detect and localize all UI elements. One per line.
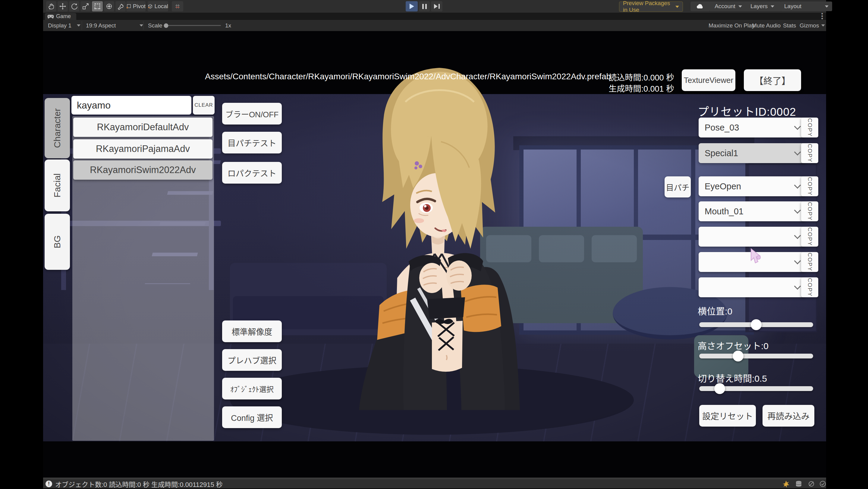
prefab-select-button[interactable]: プレハブ選択: [222, 349, 282, 371]
copy-button[interactable]: COPY: [801, 252, 818, 272]
gamepad-icon: [47, 14, 54, 19]
tab-character[interactable]: Character: [44, 98, 70, 158]
tab-menu-icon[interactable]: •••: [821, 13, 823, 20]
local-icon: [148, 3, 153, 9]
character-sprite: [341, 60, 537, 410]
object-select-button[interactable]: ｵﾌﾞｼﾞｪｸﾄ選択: [222, 378, 282, 399]
display-dropdown[interactable]: Display 1: [45, 20, 83, 31]
height-offset-slider[interactable]: [699, 354, 813, 359]
chevron-down-icon: [77, 24, 81, 27]
chevron-down-icon: [738, 5, 742, 7]
height-offset-label: 高さオフセット:0: [698, 339, 769, 352]
layers-label: Layers: [750, 3, 768, 10]
settings-reset-button[interactable]: 設定リセット: [699, 405, 756, 427]
pause-button[interactable]: [419, 1, 430, 11]
list-item[interactable]: RKayamoriDefaultAdv: [73, 118, 213, 137]
copy-button[interactable]: COPY: [801, 143, 818, 163]
game-view-controls: Display 1 19:9 Aspect Scale 1x Maximize …: [43, 20, 826, 31]
texture-viewer-button[interactable]: TextureViewer: [682, 69, 735, 91]
custom-tool-button[interactable]: [116, 1, 126, 11]
info-icon: !: [45, 481, 52, 487]
copy-button[interactable]: COPY: [801, 118, 818, 137]
reload-button[interactable]: 再読み込み: [763, 405, 814, 427]
play-button[interactable]: [406, 1, 418, 11]
chevron-down-icon: [794, 283, 801, 290]
move-tool-button[interactable]: [58, 1, 68, 11]
generate-time: 生成時間:0.001 秒: [554, 84, 674, 95]
scale-slider[interactable]: [165, 25, 221, 26]
refresh-disabled-icon[interactable]: [807, 480, 816, 488]
lipsync-test-button[interactable]: ロパクテスト: [222, 162, 282, 184]
tab-game[interactable]: Game: [45, 13, 76, 20]
gizmos-dropdown[interactable]: Gizmos: [797, 20, 827, 31]
load-time: 読込時間:0.000 秒: [554, 72, 674, 84]
pivot-toggle-button[interactable]: Pivot: [126, 1, 146, 11]
aspect-dropdown[interactable]: 19:9 Aspect: [84, 20, 146, 31]
eye-dropdown[interactable]: EyeOpen: [699, 176, 805, 196]
grid-snap-button[interactable]: [172, 1, 183, 11]
preview-packages-dropdown[interactable]: Preview Packages in Use: [619, 1, 683, 12]
rect-tool-button[interactable]: [92, 1, 103, 11]
grid-snap-icon: [175, 3, 181, 9]
cloud-icon: [696, 4, 704, 9]
chevron-down-icon: [794, 257, 801, 265]
pose-dropdown[interactable]: Pose_03: [699, 118, 805, 137]
scale-value: 1x: [223, 20, 234, 31]
layers-dropdown[interactable]: Layers: [744, 1, 781, 11]
cache-server-icon[interactable]: [794, 480, 803, 488]
blink-button[interactable]: 目パチ: [664, 176, 691, 197]
copy-button[interactable]: COPY: [801, 277, 818, 297]
unity-editor-window: Pivot Local Preview Packages in Use Acco…: [43, 0, 826, 487]
search-input[interactable]: [71, 96, 191, 115]
account-dropdown[interactable]: Account: [709, 1, 747, 11]
scale-slider-thumb[interactable]: [164, 23, 168, 28]
local-label: Local: [155, 3, 168, 10]
pause-icon: [422, 4, 427, 9]
copy-button[interactable]: COPY: [801, 202, 818, 221]
scale-label: Scale: [146, 20, 165, 31]
copy-button[interactable]: COPY: [801, 227, 818, 247]
list-item[interactable]: RKayamoriPajamaAdv: [73, 139, 213, 159]
exit-button[interactable]: 【終了】: [744, 69, 801, 91]
pivot-label: Pivot: [133, 3, 146, 10]
chevron-down-icon: [140, 24, 143, 27]
config-select-button[interactable]: Config 選択: [222, 406, 282, 428]
local-toggle-button[interactable]: Local: [148, 1, 168, 11]
switch-time-slider[interactable]: [699, 386, 813, 391]
step-button[interactable]: [431, 1, 442, 11]
clear-search-button[interactable]: CLEAR: [193, 96, 215, 115]
copy-button[interactable]: COPY: [801, 176, 818, 196]
rect-tool-icon: [94, 3, 101, 10]
status-bar: ! オブジェクト数:0 読込時間:0 秒 生成時間:0.00112915 秒: [43, 478, 826, 488]
mute-audio-toggle[interactable]: Mute Audio: [749, 20, 783, 31]
list-item-selected[interactable]: RKayamoriSwim2022Adv: [73, 160, 213, 180]
tab-bg[interactable]: BG: [44, 214, 70, 270]
progress-check-icon[interactable]: [818, 480, 827, 488]
standard-resolution-button[interactable]: 標準解像度: [222, 320, 282, 342]
transform-tool-button[interactable]: [104, 1, 114, 11]
console-alert-icon[interactable]: [781, 480, 790, 488]
stats-toggle[interactable]: Stats: [781, 20, 798, 31]
hand-tool-button[interactable]: [46, 1, 56, 11]
tab-facial[interactable]: Facial: [44, 159, 70, 211]
layout-dropdown[interactable]: Layout: [781, 1, 832, 11]
divider: [82, 21, 82, 30]
play-icon: [410, 4, 414, 9]
costume-dropdown[interactable]: Special1: [699, 143, 805, 163]
chevron-down-icon: [675, 6, 679, 8]
scale-tool-button[interactable]: [81, 1, 91, 11]
switch-time-slider-thumb[interactable]: [714, 383, 725, 394]
extra-dropdown-3[interactable]: [699, 277, 805, 297]
x-position-slider[interactable]: [699, 322, 813, 327]
cloud-button[interactable]: [690, 1, 710, 11]
x-position-slider-thumb[interactable]: [751, 319, 762, 330]
hand-tool-icon: [48, 3, 55, 10]
blink-test-button[interactable]: 目パチテスト: [222, 132, 282, 153]
x-position-label: 横位置:0: [698, 304, 733, 317]
blur-toggle-button[interactable]: ブラーON/OFF: [222, 103, 282, 124]
chevron-down-icon: [794, 123, 801, 130]
height-offset-slider-thumb[interactable]: [733, 350, 744, 362]
rotate-tool-button[interactable]: [69, 1, 79, 11]
mouth-dropdown[interactable]: Mouth_01: [699, 202, 805, 221]
extra-dropdown-1[interactable]: [699, 227, 805, 247]
